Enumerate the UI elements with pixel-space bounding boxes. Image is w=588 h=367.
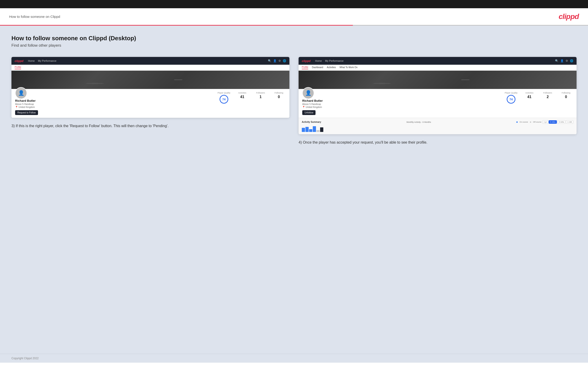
chart-bar-3: [309, 129, 312, 132]
activity-chart: [302, 125, 573, 132]
golf-hero-right: [299, 71, 577, 89]
activity-period: Monthly Activity - 6 Months: [406, 121, 431, 123]
right-app-navbar: clippd Home My Performance 🔍 👤 ⚙ 🌐: [299, 57, 577, 65]
header-title: How to follow someone on Clippd: [9, 15, 60, 18]
left-screenshot-col: clippd Home My Performance 🔍 👤 ⚙ 🌐 Profi…: [11, 57, 289, 145]
screenshots-row: clippd Home My Performance 🔍 👤 ⚙ 🌐 Profi…: [11, 57, 577, 145]
left-nav-home[interactable]: Home: [28, 59, 35, 62]
chart-bar-5: [316, 130, 320, 132]
time-btn-6mths[interactable]: 6 mths: [549, 120, 557, 124]
activity-title: Activity Summary: [302, 121, 321, 123]
activities-value: 41: [235, 95, 249, 99]
search-icon[interactable]: 🔍: [268, 59, 271, 62]
right-player-name: Richard Butler: [302, 99, 323, 102]
left-player-handicap: Above 5 Handicap: [15, 103, 38, 105]
right-search-icon[interactable]: 🔍: [555, 59, 558, 62]
right-location-text: United Kingdom: [306, 106, 322, 108]
activities-stat: Activities 41: [235, 92, 249, 104]
right-activities-label: Activities: [522, 92, 536, 94]
header: How to follow someone on Clippd clippd: [0, 8, 588, 25]
activity-summary: Activity Summary Monthly Activity - 6 Mo…: [299, 118, 577, 134]
time-buttons: 1 yr 6 mths 3 mths 1 mth: [542, 120, 573, 124]
location-icon: 📍: [15, 106, 18, 108]
right-description: 4) Once the player has accepted your req…: [299, 140, 577, 145]
right-player-location: 📍 United Kingdom: [302, 106, 323, 108]
left-app-nav-links: Home My Performance: [28, 59, 56, 62]
section-title: How to follow someone on Clippd (Desktop…: [11, 35, 577, 42]
right-subnav-profile[interactable]: Profile: [302, 66, 308, 69]
chart-bar-4: [313, 126, 316, 132]
right-quality-value: 74: [510, 98, 513, 101]
right-following-value: 0: [559, 95, 573, 99]
section-subtitle: Find and follow other players: [11, 43, 577, 48]
right-following-label: Following: [559, 92, 573, 94]
right-app-nav-links: Home My Performance: [315, 59, 344, 62]
chart-bar-6: [320, 127, 323, 132]
right-activities-stat: Activities 41: [522, 92, 536, 104]
time-btn-3mths[interactable]: 3 mths: [557, 120, 566, 124]
user-icon[interactable]: 👤: [273, 59, 277, 62]
followers-stat: Followers 1: [254, 92, 268, 104]
right-location-icon: 📍: [302, 106, 305, 108]
right-app-subnav: Profile Dashboard Activities What To Wor…: [299, 65, 577, 71]
quality-circle: 74: [220, 95, 228, 104]
avatar-icon-right: 👤: [305, 90, 311, 96]
chart-bar-2: [305, 127, 309, 132]
golf-hero-left: [11, 71, 289, 89]
request-to-follow-button[interactable]: Request to Follow: [15, 110, 38, 115]
quality-label: Player Quality: [217, 92, 231, 94]
left-location-text: United Kingdom: [18, 106, 35, 108]
left-app-mockup: clippd Home My Performance 🔍 👤 ⚙ 🌐 Profi…: [11, 57, 289, 118]
right-followers-value: 2: [541, 95, 554, 99]
left-player-name: Richard Butler: [15, 99, 38, 102]
top-bar: [0, 0, 588, 8]
left-app-logo: clippd: [15, 59, 23, 63]
avatar-left: 👤: [15, 87, 27, 99]
left-nav-my-performance[interactable]: My Performance: [38, 59, 57, 62]
left-profile-left: 👤 Richard Butler Above 5 Handicap 📍 Unit…: [15, 92, 38, 115]
right-nav-home[interactable]: Home: [315, 59, 322, 62]
legend-on-course-dot: [516, 121, 518, 123]
legend-on-course: On course: [519, 121, 528, 123]
chart-bar-1: [302, 128, 305, 132]
following-stat: Following 0: [272, 92, 286, 104]
right-settings-icon[interactable]: ⚙: [566, 59, 568, 62]
right-quality-label: Player Quality: [504, 92, 518, 94]
activity-legend: On course Off course: [516, 121, 542, 123]
main-content: How to follow someone on Clippd (Desktop…: [0, 26, 588, 354]
time-btn-1mth[interactable]: 1 mth: [566, 120, 573, 124]
right-quality-stat: Player Quality 74: [504, 92, 518, 104]
right-subnav-what-to-work-on[interactable]: What To Work On: [340, 66, 358, 69]
logo: clippd: [559, 12, 579, 21]
left-app-navbar: clippd Home My Performance 🔍 👤 ⚙ 🌐: [11, 57, 289, 65]
right-app-logo: clippd: [302, 59, 311, 63]
right-stats-row: Player Quality 74 Activities 41 Follower…: [327, 92, 573, 104]
right-app-mockup: clippd Home My Performance 🔍 👤 ⚙ 🌐 Profi…: [299, 57, 577, 134]
legend-off-course: Off course: [533, 121, 542, 123]
time-btn-1yr[interactable]: 1 yr: [542, 120, 548, 124]
following-value: 0: [272, 95, 286, 99]
avatar-right: 👤: [302, 87, 314, 99]
left-stats-row: Player Quality 74 Activities 41 Follower…: [42, 92, 286, 104]
right-subnav-activities[interactable]: Activities: [327, 66, 336, 69]
subnav-profile[interactable]: Profile: [15, 66, 21, 69]
right-nav-my-performance[interactable]: My Performance: [325, 59, 344, 62]
right-profile-section: 👤 Richard Butler Above 5 Handicap 📍 Unit…: [299, 89, 577, 118]
right-activities-value: 41: [522, 95, 536, 99]
right-quality-circle: 74: [507, 95, 515, 104]
left-profile-section: 👤 Richard Butler Above 5 Handicap 📍 Unit…: [11, 89, 289, 118]
right-user-icon[interactable]: 👤: [560, 59, 564, 62]
left-app-nav-icons: 🔍 👤 ⚙ 🌐: [268, 59, 286, 62]
avatar-icon-left: 👤: [18, 90, 24, 96]
right-profile-left: 👤 Richard Butler Above 5 Handicap 📍 Unit…: [302, 92, 323, 115]
unfollow-button[interactable]: Unfollow: [302, 110, 316, 115]
globe-icon[interactable]: 🌐: [283, 59, 286, 62]
footer: Copyright Clippd 2022: [0, 354, 588, 363]
following-label: Following: [272, 92, 286, 94]
right-following-stat: Following 0: [559, 92, 573, 104]
settings-icon[interactable]: ⚙: [278, 59, 281, 62]
left-description: 3) If this is the right player, click th…: [11, 123, 289, 129]
right-subnav-dashboard[interactable]: Dashboard: [312, 66, 323, 69]
right-globe-icon[interactable]: 🌐: [570, 59, 573, 62]
quality-value: 74: [222, 98, 225, 101]
